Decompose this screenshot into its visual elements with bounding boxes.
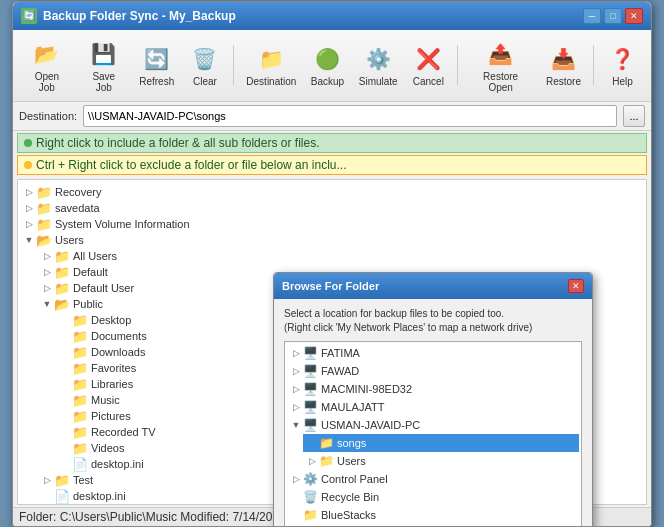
save-job-label: Save Job: [84, 71, 124, 93]
info-bar-right-click: Right click to include a folder & all su…: [17, 133, 647, 153]
toolbar-separator-3: [593, 45, 594, 85]
toolbar-separator-1: [233, 45, 234, 85]
main-window: 🔄 Backup Folder Sync - My_Backup ─ □ ✕ 📂…: [12, 1, 652, 527]
destination-bar: Destination: ...: [13, 102, 651, 131]
tree-label-sysvolinfo: System Volume Information: [55, 218, 190, 230]
refresh-button[interactable]: 🔄 Refresh: [133, 39, 181, 91]
expand-usman-pc: ▼: [289, 420, 303, 430]
main-content: ▷ 📁 Recovery ▷ 📁 savedata ▷ 📁 System Vol…: [13, 177, 651, 507]
info-dot-green: [24, 139, 32, 147]
toolbar: 📂 Open Job 💾 Save Job 🔄 Refresh 🗑️ Clear…: [13, 30, 651, 102]
maximize-button[interactable]: □: [604, 8, 622, 24]
info-bar-ctrl-click: Ctrl + Right click to exclude a folder o…: [17, 155, 647, 175]
tree-item-allusers[interactable]: ▷ 📁 All Users: [40, 248, 642, 264]
restore-open-button[interactable]: 📤 Restore Open: [464, 34, 538, 97]
folder-icon-defaultuser: 📁: [54, 281, 70, 295]
expand-savedata: ▷: [22, 203, 36, 213]
browse-item-fatima[interactable]: ▷ 🖥️ FATIMA: [287, 344, 579, 362]
browse-item-recycle-bin[interactable]: 🗑️ Recycle Bin: [287, 488, 579, 506]
browse-item-macmini[interactable]: ▷ 🖥️ MACMINI-98ED32: [287, 380, 579, 398]
restore-open-icon: 📤: [485, 38, 517, 70]
close-button[interactable]: ✕: [625, 8, 643, 24]
browse-label-songs: songs: [337, 437, 366, 449]
browse-label-usman-pc: USMAN-JAVAID-PC: [321, 419, 420, 431]
simulate-button[interactable]: ⚙️ Simulate: [353, 39, 404, 91]
folder-icon-users: 📂: [36, 233, 52, 247]
browse-label-fawad: FAWAD: [321, 365, 359, 377]
app-icon: 🔄: [21, 8, 37, 24]
folder-icon-music: 📁: [72, 393, 88, 407]
destination-bar-label: Destination:: [19, 110, 77, 122]
folder-icon-videos: 📁: [72, 441, 88, 455]
browse-description: Select a location for backup files to be…: [284, 307, 582, 335]
cancel-label: Cancel: [413, 76, 444, 87]
folder-icon-libraries: 📁: [72, 377, 88, 391]
browse-dialog-close-button[interactable]: ✕: [568, 279, 584, 293]
browse-item-usman-pc[interactable]: ▼ 🖥️ USMAN-JAVAID-PC: [287, 416, 579, 434]
tree-label-savedata: savedata: [55, 202, 100, 214]
help-button[interactable]: ❓ Help: [600, 39, 645, 91]
expand-public: ▼: [40, 299, 54, 309]
folder-icon-favorites: 📁: [72, 361, 88, 375]
minimize-button[interactable]: ─: [583, 8, 601, 24]
cancel-button[interactable]: ❌ Cancel: [406, 39, 451, 91]
browse-item-control-panel[interactable]: ▷ ⚙️ Control Panel: [287, 470, 579, 488]
tree-item-recovery[interactable]: ▷ 📁 Recovery: [22, 184, 642, 200]
tree-label-recovery: Recovery: [55, 186, 101, 198]
destination-input[interactable]: [83, 105, 617, 127]
open-job-button[interactable]: 📂 Open Job: [19, 34, 75, 97]
info-text-2: Ctrl + Right click to exclude a folder o…: [36, 158, 346, 172]
expand-allusers: ▷: [40, 251, 54, 261]
restore-button[interactable]: 📥 Restore: [540, 39, 588, 91]
folder-icon-default: 📁: [54, 265, 70, 279]
tree-label-music: Music: [91, 394, 120, 406]
browse-tree[interactable]: ▷ 🖥️ FATIMA ▷ 🖥️ FAWAD ▷ 🖥️ MACMINI: [284, 341, 582, 527]
browse-label-macmini: MACMINI-98ED32: [321, 383, 412, 395]
clear-label: Clear: [193, 76, 217, 87]
restore-label: Restore: [546, 76, 581, 87]
tree-label-default: Default: [73, 266, 108, 278]
browse-dialog: Browse For Folder ✕ Select a location fo…: [273, 272, 593, 527]
destination-button[interactable]: 📁 Destination: [240, 39, 302, 91]
browse-item-songs[interactable]: 📁 songs: [303, 434, 579, 452]
restore-open-label: Restore Open: [471, 71, 531, 93]
window-title: Backup Folder Sync - My_Backup: [43, 9, 236, 23]
folder-icon-public: 📂: [54, 297, 70, 311]
help-icon: ❓: [607, 43, 639, 75]
refresh-label: Refresh: [139, 76, 174, 87]
save-job-button[interactable]: 💾 Save Job: [77, 34, 131, 97]
browse-item-bluestacks[interactable]: 📁 BlueStacks: [287, 506, 579, 524]
expand-sysvolinfo: ▷: [22, 219, 36, 229]
expand-defaultuser: ▷: [40, 283, 54, 293]
restore-icon: 📥: [547, 43, 579, 75]
folder-icon-savedata: 📁: [36, 201, 52, 215]
destination-browse-button[interactable]: ...: [623, 105, 645, 127]
expand-fawad: ▷: [289, 366, 303, 376]
browse-item-users-net[interactable]: ▷ 📁 Users: [303, 452, 579, 470]
expand-test: ▷: [40, 475, 54, 485]
clear-button[interactable]: 🗑️ Clear: [183, 39, 228, 91]
expand-users: ▼: [22, 235, 36, 245]
simulate-label: Simulate: [359, 76, 398, 87]
browse-label-maulajatt: MAULAJATT: [321, 401, 384, 413]
browse-item-fawad[interactable]: ▷ 🖥️ FAWAD: [287, 362, 579, 380]
folder-icon-documents: 📁: [72, 329, 88, 343]
tree-label-favorites: Favorites: [91, 362, 136, 374]
tree-label-documents: Documents: [91, 330, 147, 342]
tree-item-users[interactable]: ▼ 📂 Users: [22, 232, 642, 248]
tree-label-videos: Videos: [91, 442, 124, 454]
browse-label-fatima: FATIMA: [321, 347, 360, 359]
browse-item-coollector[interactable]: 📁 Coollector: [287, 524, 579, 527]
browse-dialog-body: Select a location for backup files to be…: [274, 299, 592, 527]
expand-default: ▷: [40, 267, 54, 277]
refresh-icon: 🔄: [141, 43, 173, 75]
expand-fatima: ▷: [289, 348, 303, 358]
tree-item-savedata[interactable]: ▷ 📁 savedata: [22, 200, 642, 216]
tree-label-libraries: Libraries: [91, 378, 133, 390]
simulate-icon: ⚙️: [362, 43, 394, 75]
browse-item-maulajatt[interactable]: ▷ 🖥️ MAULAJATT: [287, 398, 579, 416]
tree-label-defaultuser: Default User: [73, 282, 134, 294]
browse-label-bluestacks: BlueStacks: [321, 509, 376, 521]
backup-button[interactable]: 🟢 Backup: [304, 39, 350, 91]
tree-item-sysvolinfo[interactable]: ▷ 📁 System Volume Information: [22, 216, 642, 232]
